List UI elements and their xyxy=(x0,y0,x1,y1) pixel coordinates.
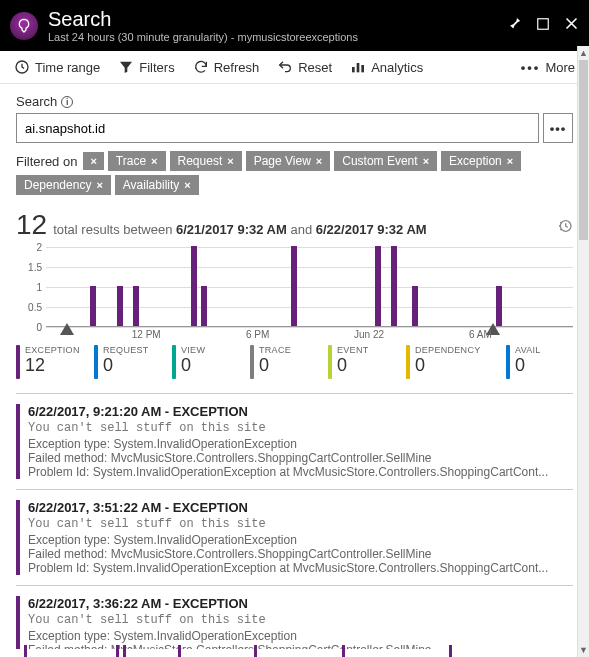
chart-bar[interactable] xyxy=(291,246,297,326)
result-message: You can't sell stuff on this site xyxy=(28,517,573,531)
chart-bar[interactable] xyxy=(117,286,123,326)
analytics-button[interactable]: Analytics xyxy=(350,59,423,75)
history-icon[interactable] xyxy=(557,218,573,237)
chart-legend: EXCEPTION12REQUEST0VIEW0TRACE0EVENT0DEPE… xyxy=(16,345,573,379)
result-item[interactable]: 6/22/2017, 3:51:22 AM - EXCEPTIONYou can… xyxy=(16,490,573,586)
search-blade-icon xyxy=(10,12,38,40)
chip-remove-icon[interactable]: × xyxy=(227,155,233,167)
result-count: 12 xyxy=(16,209,47,241)
chart-bar[interactable] xyxy=(90,286,96,326)
search-options-button[interactable]: ••• xyxy=(543,113,573,143)
filter-chip[interactable]: Exception× xyxy=(441,151,521,171)
blade-header: Search Last 24 hours (30 minute granular… xyxy=(0,0,589,51)
scrollbar[interactable]: ▲ ▼ xyxy=(577,46,589,657)
legend-color xyxy=(250,345,254,379)
chip-remove-icon[interactable]: × xyxy=(507,155,513,167)
filter-chip[interactable]: Dependency× xyxy=(16,175,111,195)
maximize-icon[interactable] xyxy=(536,17,550,35)
legend-color xyxy=(94,345,98,379)
reset-label: Reset xyxy=(298,60,332,75)
svg-rect-3 xyxy=(357,63,360,72)
x-tick: 6 PM xyxy=(246,329,269,340)
filters-button[interactable]: Filters xyxy=(118,59,174,75)
y-tick: 1.5 xyxy=(16,262,42,273)
result-item[interactable]: 6/22/2017, 3:36:22 AM - EXCEPTIONYou can… xyxy=(16,586,573,649)
filter-chips: Filtered on ×Trace×Request×Page View×Cus… xyxy=(16,151,573,195)
analytics-label: Analytics xyxy=(371,60,423,75)
legend-item[interactable]: EVENT0 xyxy=(328,345,402,379)
filters-label: Filters xyxy=(139,60,174,75)
pin-icon[interactable] xyxy=(507,16,522,35)
search-label: Search i xyxy=(16,94,573,109)
blade-title: Search xyxy=(48,8,507,31)
legend-color xyxy=(328,345,332,379)
time-range-label: Time range xyxy=(35,60,100,75)
clear-filters-chip[interactable]: × xyxy=(83,152,103,170)
results-list: 6/22/2017, 9:21:20 AM - EXCEPTIONYou can… xyxy=(16,393,573,649)
legend-color xyxy=(506,345,510,379)
svg-rect-4 xyxy=(362,65,365,72)
scroll-down-icon[interactable]: ▼ xyxy=(578,643,589,657)
filter-chip[interactable]: Trace× xyxy=(108,151,166,171)
svg-rect-2 xyxy=(352,67,355,72)
refresh-label: Refresh xyxy=(214,60,260,75)
legend-item[interactable]: REQUEST0 xyxy=(94,345,168,379)
summary-row: 12 total results between 6/21/2017 9:32 … xyxy=(16,209,573,241)
chart-bar[interactable] xyxy=(496,286,502,326)
more-label: More xyxy=(545,60,575,75)
chip-remove-icon[interactable]: × xyxy=(184,179,190,191)
close-icon[interactable] xyxy=(564,16,579,35)
blade-subtitle: Last 24 hours (30 minute granularity) - … xyxy=(48,31,507,43)
legend-item[interactable]: VIEW0 xyxy=(172,345,246,379)
chart-bar[interactable] xyxy=(375,246,381,326)
range-start-handle[interactable] xyxy=(60,323,74,335)
chart-bar[interactable] xyxy=(412,286,418,326)
legend-item[interactable]: EXCEPTION12 xyxy=(16,345,90,379)
search-input[interactable] xyxy=(16,113,539,143)
result-item[interactable]: 6/22/2017, 9:21:20 AM - EXCEPTIONYou can… xyxy=(16,394,573,490)
result-heading: 6/22/2017, 3:51:22 AM - EXCEPTION xyxy=(28,500,573,515)
time-range-button[interactable]: Time range xyxy=(14,59,100,75)
result-message: You can't sell stuff on this site xyxy=(28,421,573,435)
y-tick: 0 xyxy=(16,322,42,333)
x-tick: 12 PM xyxy=(132,329,161,340)
toolbar: Time range Filters Refresh Reset Analyti… xyxy=(0,51,589,84)
result-heading: 6/22/2017, 9:21:20 AM - EXCEPTION xyxy=(28,404,573,419)
filter-chip[interactable]: Custom Event× xyxy=(334,151,437,171)
legend-color xyxy=(172,345,176,379)
result-message: You can't sell stuff on this site xyxy=(28,613,573,627)
filter-chip[interactable]: Availability× xyxy=(115,175,199,195)
reset-button[interactable]: Reset xyxy=(277,59,332,75)
x-tick: Jun 22 xyxy=(354,329,384,340)
chip-remove-icon[interactable]: × xyxy=(423,155,429,167)
legend-color xyxy=(16,345,20,379)
filter-chip[interactable]: Request× xyxy=(170,151,242,171)
chart-bar[interactable] xyxy=(191,246,197,326)
chip-remove-icon[interactable]: × xyxy=(96,179,102,191)
refresh-button[interactable]: Refresh xyxy=(193,59,260,75)
result-heading: 6/22/2017, 3:36:22 AM - EXCEPTION xyxy=(28,596,573,611)
y-tick: 1 xyxy=(16,282,42,293)
legend-color xyxy=(406,345,410,379)
chip-remove-icon[interactable]: × xyxy=(151,155,157,167)
svg-rect-0 xyxy=(538,18,549,29)
chip-remove-icon[interactable]: × xyxy=(316,155,322,167)
result-accent xyxy=(16,404,20,479)
legend-item[interactable]: AVAIL0 xyxy=(506,345,560,379)
chart-bar[interactable] xyxy=(201,286,207,326)
y-tick: 0.5 xyxy=(16,302,42,313)
filter-chip[interactable]: Page View× xyxy=(246,151,331,171)
scroll-thumb[interactable] xyxy=(579,60,588,240)
timeline-chart[interactable]: 00.511.52 12 PM6 PMJun 226 AM xyxy=(16,247,573,339)
range-to: 6/22/2017 9:32 AM xyxy=(316,222,427,237)
info-icon[interactable]: i xyxy=(61,96,73,108)
chart-bar[interactable] xyxy=(391,246,397,326)
more-button[interactable]: ••• More xyxy=(521,60,575,75)
result-accent xyxy=(16,500,20,575)
result-accent xyxy=(16,596,20,649)
chart-bar[interactable] xyxy=(133,286,139,326)
scroll-up-icon[interactable]: ▲ xyxy=(578,46,589,60)
legend-item[interactable]: TRACE0 xyxy=(250,345,324,379)
legend-item[interactable]: DEPENDENCY0 xyxy=(406,345,502,379)
filtered-on-label: Filtered on xyxy=(16,154,77,169)
